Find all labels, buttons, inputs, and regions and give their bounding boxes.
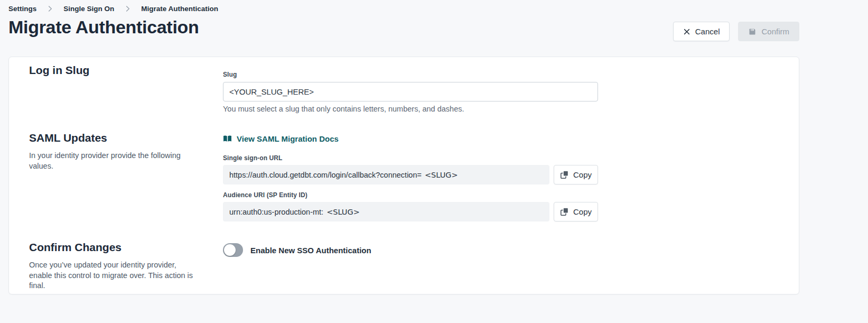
breadcrumb-item-single-sign-on[interactable]: Single Sign On bbox=[63, 5, 114, 13]
cancel-button[interactable]: Cancel bbox=[673, 22, 730, 41]
docs-link-label: View SAML Migration Docs bbox=[237, 134, 339, 143]
sso-slug-token: <SLUG> bbox=[425, 171, 458, 179]
migrate-authentication-card: Log in Slug Slug You must select a slug … bbox=[8, 57, 799, 294]
confirm-button[interactable]: Confirm bbox=[738, 22, 799, 41]
page-title: Migrate Authentication bbox=[8, 17, 199, 38]
toggle-knob bbox=[224, 244, 236, 256]
confirm-changes-heading: Confirm Changes bbox=[29, 241, 122, 254]
audience-uri-value: urn:auth0:us-production-mt: bbox=[229, 208, 323, 216]
saml-updates-description: In your identity provider provide the fo… bbox=[29, 151, 203, 171]
view-saml-migration-docs-link[interactable]: View SAML Migration Docs bbox=[223, 134, 339, 143]
x-close-icon bbox=[683, 28, 690, 35]
save-icon bbox=[748, 27, 757, 36]
copy-button-label: Copy bbox=[573, 207, 592, 216]
sso-url-label: Single sign-on URL bbox=[223, 154, 282, 162]
copy-sso-url-button[interactable]: Copy bbox=[554, 165, 598, 184]
cancel-button-label: Cancel bbox=[695, 27, 720, 36]
confirm-changes-description: Once you’ve updated your identity provid… bbox=[29, 260, 199, 291]
copy-icon bbox=[560, 207, 569, 216]
audience-uri-field: urn:auth0:us-production-mt:<SLUG> bbox=[223, 202, 549, 222]
audience-slug-token: <SLUG> bbox=[326, 208, 360, 216]
slug-helper-text: You must select a slug that only contain… bbox=[223, 105, 464, 113]
chevron-right-icon bbox=[46, 5, 54, 13]
slug-field-label: Slug bbox=[223, 71, 237, 78]
breadcrumb-item-settings[interactable]: Settings bbox=[8, 5, 36, 13]
copy-button-label: Copy bbox=[573, 170, 592, 179]
slug-input[interactable] bbox=[223, 82, 598, 101]
enable-sso-toggle-row: Enable New SSO Authentication bbox=[223, 243, 371, 257]
login-slug-heading: Log in Slug bbox=[29, 64, 89, 77]
enable-sso-toggle[interactable] bbox=[223, 243, 243, 257]
enable-sso-toggle-label: Enable New SSO Authentication bbox=[250, 246, 371, 255]
open-book-icon bbox=[223, 135, 232, 143]
confirm-button-label: Confirm bbox=[761, 27, 789, 36]
copy-audience-uri-button[interactable]: Copy bbox=[554, 202, 598, 222]
breadcrumb: Settings Single Sign On Migrate Authenti… bbox=[8, 5, 218, 13]
header-actions: Cancel Confirm bbox=[673, 22, 799, 41]
saml-updates-heading: SAML Updates bbox=[29, 132, 107, 144]
sso-url-value: https://auth.cloud.getdbt.com/login/call… bbox=[229, 171, 422, 179]
copy-icon bbox=[560, 170, 569, 179]
chevron-right-icon bbox=[124, 5, 132, 13]
breadcrumb-item-current: Migrate Authentication bbox=[141, 5, 218, 13]
sso-url-field: https://auth.cloud.getdbt.com/login/call… bbox=[223, 165, 549, 184]
audience-uri-label: Audience URI (SP Entity ID) bbox=[223, 191, 307, 199]
